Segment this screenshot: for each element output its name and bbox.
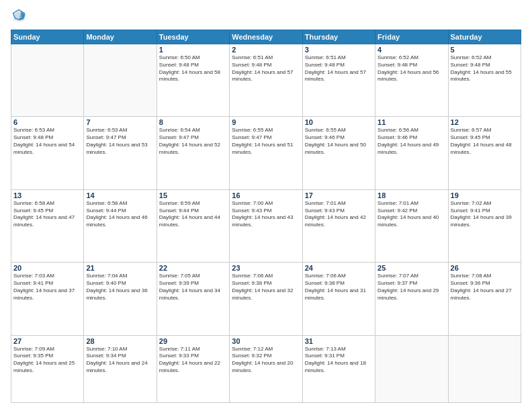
calendar-cell-26: 26Sunrise: 7:08 AMSunset: 9:36 PMDayligh… bbox=[448, 263, 521, 335]
calendar-week-row-4: 20Sunrise: 7:03 AMSunset: 9:41 PMDayligh… bbox=[11, 263, 521, 335]
cell-text: Sunrise: 7:11 AMSunset: 9:33 PMDaylight:… bbox=[159, 346, 227, 375]
day-number: 16 bbox=[232, 191, 300, 199]
calendar-cell-empty bbox=[375, 335, 448, 403]
day-number: 3 bbox=[305, 46, 373, 54]
calendar-week-row-1: 1Sunrise: 6:50 AMSunset: 9:48 PMDaylight… bbox=[11, 44, 521, 117]
day-number: 28 bbox=[86, 337, 154, 345]
day-number: 8 bbox=[159, 118, 227, 126]
calendar-cell-3: 3Sunrise: 6:51 AMSunset: 9:48 PMDaylight… bbox=[302, 44, 375, 117]
cell-text: Sunrise: 6:53 AMSunset: 9:47 PMDaylight:… bbox=[86, 127, 154, 156]
calendar-cell-27: 27Sunrise: 7:09 AMSunset: 9:35 PMDayligh… bbox=[11, 335, 84, 403]
calendar-header-saturday: Saturday bbox=[448, 30, 521, 44]
cell-text: Sunrise: 7:10 AMSunset: 9:34 PMDaylight:… bbox=[86, 346, 154, 375]
calendar-cell-24: 24Sunrise: 7:06 AMSunset: 9:38 PMDayligh… bbox=[302, 263, 375, 335]
calendar-cell-13: 13Sunrise: 6:58 AMSunset: 9:45 PMDayligh… bbox=[11, 189, 84, 262]
calendar-header-friday: Friday bbox=[375, 30, 448, 44]
cell-text: Sunrise: 7:03 AMSunset: 9:41 PMDaylight:… bbox=[13, 273, 81, 302]
cell-text: Sunrise: 6:58 AMSunset: 9:44 PMDaylight:… bbox=[86, 200, 154, 229]
cell-text: Sunrise: 7:09 AMSunset: 9:35 PMDaylight:… bbox=[13, 346, 81, 375]
day-number: 5 bbox=[451, 46, 519, 54]
calendar-cell-29: 29Sunrise: 7:11 AMSunset: 9:33 PMDayligh… bbox=[157, 335, 229, 403]
calendar-cell-11: 11Sunrise: 6:56 AMSunset: 9:46 PMDayligh… bbox=[375, 117, 448, 189]
cell-text: Sunrise: 6:52 AMSunset: 9:48 PMDaylight:… bbox=[378, 54, 445, 83]
logo bbox=[11, 8, 30, 24]
calendar-week-row-2: 6Sunrise: 6:53 AMSunset: 9:48 PMDaylight… bbox=[11, 117, 521, 189]
calendar-cell-10: 10Sunrise: 6:55 AMSunset: 9:46 PMDayligh… bbox=[302, 117, 375, 189]
day-number: 31 bbox=[305, 337, 373, 345]
day-number: 29 bbox=[159, 337, 227, 345]
calendar-cell-12: 12Sunrise: 6:57 AMSunset: 9:45 PMDayligh… bbox=[448, 117, 521, 189]
calendar-header-sunday: Sunday bbox=[11, 30, 84, 44]
cell-text: Sunrise: 6:59 AMSunset: 9:44 PMDaylight:… bbox=[159, 200, 227, 229]
day-number: 13 bbox=[13, 191, 81, 199]
calendar-cell-15: 15Sunrise: 6:59 AMSunset: 9:44 PMDayligh… bbox=[157, 189, 229, 262]
day-number: 20 bbox=[13, 264, 81, 272]
calendar-cell-31: 31Sunrise: 7:13 AMSunset: 9:31 PMDayligh… bbox=[302, 335, 375, 403]
cell-text: Sunrise: 6:56 AMSunset: 9:46 PMDaylight:… bbox=[378, 127, 445, 156]
day-number: 14 bbox=[86, 191, 154, 199]
cell-text: Sunrise: 6:55 AMSunset: 9:47 PMDaylight:… bbox=[232, 127, 300, 156]
calendar-header-row: SundayMondayTuesdayWednesdayThursdayFrid… bbox=[11, 30, 521, 44]
cell-text: Sunrise: 6:54 AMSunset: 9:47 PMDaylight:… bbox=[159, 127, 227, 156]
calendar-cell-empty bbox=[84, 44, 157, 117]
cell-text: Sunrise: 7:08 AMSunset: 9:36 PMDaylight:… bbox=[451, 273, 519, 302]
day-number: 21 bbox=[86, 264, 154, 272]
cell-text: Sunrise: 7:01 AMSunset: 9:43 PMDaylight:… bbox=[305, 200, 373, 229]
cell-text: Sunrise: 7:12 AMSunset: 9:32 PMDaylight:… bbox=[232, 346, 300, 375]
cell-text: Sunrise: 6:51 AMSunset: 9:48 PMDaylight:… bbox=[305, 54, 373, 83]
cell-text: Sunrise: 7:01 AMSunset: 9:42 PMDaylight:… bbox=[378, 200, 445, 229]
day-number: 4 bbox=[378, 46, 445, 54]
calendar-header-thursday: Thursday bbox=[302, 30, 375, 44]
day-number: 22 bbox=[159, 264, 227, 272]
cell-text: Sunrise: 6:50 AMSunset: 9:48 PMDaylight:… bbox=[159, 54, 227, 83]
day-number: 27 bbox=[13, 337, 81, 345]
day-number: 30 bbox=[232, 337, 300, 345]
day-number: 1 bbox=[159, 46, 227, 54]
cell-text: Sunrise: 7:02 AMSunset: 9:41 PMDaylight:… bbox=[451, 200, 519, 229]
calendar-cell-7: 7Sunrise: 6:53 AMSunset: 9:47 PMDaylight… bbox=[84, 117, 157, 189]
calendar-header-monday: Monday bbox=[84, 30, 157, 44]
day-number: 11 bbox=[378, 118, 445, 126]
calendar-cell-23: 23Sunrise: 7:06 AMSunset: 9:38 PMDayligh… bbox=[230, 263, 302, 335]
calendar-cell-1: 1Sunrise: 6:50 AMSunset: 9:48 PMDaylight… bbox=[157, 44, 229, 117]
calendar-week-row-3: 13Sunrise: 6:58 AMSunset: 9:45 PMDayligh… bbox=[11, 189, 521, 262]
day-number: 10 bbox=[305, 118, 373, 126]
day-number: 9 bbox=[232, 118, 300, 126]
day-number: 18 bbox=[378, 191, 445, 199]
logo-icon bbox=[11, 8, 27, 24]
day-number: 6 bbox=[13, 118, 81, 126]
day-number: 12 bbox=[451, 118, 519, 126]
calendar-week-row-5: 27Sunrise: 7:09 AMSunset: 9:35 PMDayligh… bbox=[11, 335, 521, 403]
calendar-cell-16: 16Sunrise: 7:00 AMSunset: 9:43 PMDayligh… bbox=[230, 189, 302, 262]
day-number: 7 bbox=[86, 118, 154, 126]
calendar-cell-21: 21Sunrise: 7:04 AMSunset: 9:40 PMDayligh… bbox=[84, 263, 157, 335]
cell-text: Sunrise: 7:07 AMSunset: 9:37 PMDaylight:… bbox=[378, 273, 445, 302]
calendar-header-tuesday: Tuesday bbox=[157, 30, 229, 44]
calendar-cell-25: 25Sunrise: 7:07 AMSunset: 9:37 PMDayligh… bbox=[375, 263, 448, 335]
calendar-cell-4: 4Sunrise: 6:52 AMSunset: 9:48 PMDaylight… bbox=[375, 44, 448, 117]
page: SundayMondayTuesdayWednesdayThursdayFrid… bbox=[0, 0, 532, 411]
cell-text: Sunrise: 6:53 AMSunset: 9:48 PMDaylight:… bbox=[13, 127, 81, 156]
calendar-cell-19: 19Sunrise: 7:02 AMSunset: 9:41 PMDayligh… bbox=[448, 189, 521, 262]
cell-text: Sunrise: 7:06 AMSunset: 9:38 PMDaylight:… bbox=[305, 273, 373, 302]
cell-text: Sunrise: 7:05 AMSunset: 9:39 PMDaylight:… bbox=[159, 273, 227, 302]
day-number: 25 bbox=[378, 264, 445, 272]
day-number: 23 bbox=[232, 264, 300, 272]
day-number: 24 bbox=[305, 264, 373, 272]
calendar-table: SundayMondayTuesdayWednesdayThursdayFrid… bbox=[11, 30, 521, 403]
calendar-cell-9: 9Sunrise: 6:55 AMSunset: 9:47 PMDaylight… bbox=[230, 117, 302, 189]
cell-text: Sunrise: 6:58 AMSunset: 9:45 PMDaylight:… bbox=[13, 200, 81, 229]
cell-text: Sunrise: 6:51 AMSunset: 9:48 PMDaylight:… bbox=[232, 54, 300, 83]
calendar-cell-22: 22Sunrise: 7:05 AMSunset: 9:39 PMDayligh… bbox=[157, 263, 229, 335]
cell-text: Sunrise: 7:00 AMSunset: 9:43 PMDaylight:… bbox=[232, 200, 300, 229]
header bbox=[11, 8, 521, 24]
day-number: 2 bbox=[232, 46, 300, 54]
day-number: 17 bbox=[305, 191, 373, 199]
cell-text: Sunrise: 7:06 AMSunset: 9:38 PMDaylight:… bbox=[232, 273, 300, 302]
calendar-cell-17: 17Sunrise: 7:01 AMSunset: 9:43 PMDayligh… bbox=[302, 189, 375, 262]
calendar-cell-2: 2Sunrise: 6:51 AMSunset: 9:48 PMDaylight… bbox=[230, 44, 302, 117]
day-number: 19 bbox=[451, 191, 519, 199]
calendar-cell-empty bbox=[448, 335, 521, 403]
calendar-cell-14: 14Sunrise: 6:58 AMSunset: 9:44 PMDayligh… bbox=[84, 189, 157, 262]
day-number: 15 bbox=[159, 191, 227, 199]
